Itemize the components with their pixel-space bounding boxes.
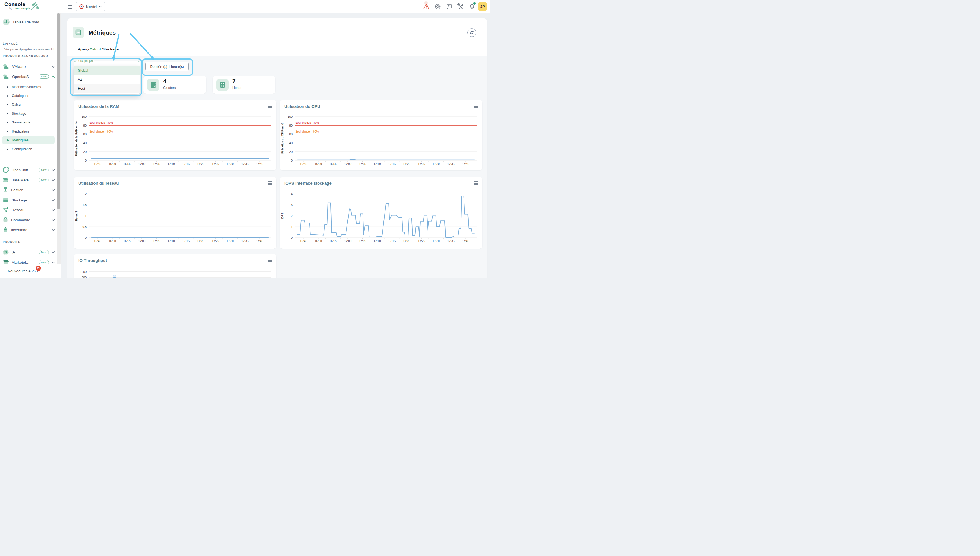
svg-text:17:20: 17:20 xyxy=(197,162,204,165)
tab-apercu[interactable]: Aperçu xyxy=(78,47,91,51)
svg-text:1.5: 1.5 xyxy=(83,203,86,206)
chart-menu-icon[interactable] xyxy=(268,181,272,186)
refresh-button[interactable] xyxy=(468,28,476,37)
time-range-button[interactable]: Dernière(s) 1 heure(s) xyxy=(145,62,189,71)
svg-text:17:15: 17:15 xyxy=(389,239,395,242)
sidebar-item-commande[interactable]: Commande xyxy=(3,215,55,224)
sidebar-item-configuration[interactable]: Configuration xyxy=(6,145,55,153)
chevron-down-icon xyxy=(52,66,55,68)
org-cocarde-icon xyxy=(79,4,84,9)
sidebar-item-inventaire[interactable]: Inventaire xyxy=(3,225,55,234)
svg-text:100: 100 xyxy=(82,115,86,118)
svg-text:Utilisation de la RAM en %: Utilisation de la RAM en % xyxy=(75,121,78,156)
chart-card-iops: IOPS interface stockage 0123416:4516:501… xyxy=(280,177,482,249)
organization-selector[interactable]: Nordri xyxy=(76,2,105,11)
sidebar-item-replication[interactable]: Réplication xyxy=(6,128,55,135)
chevron-down-icon xyxy=(52,179,55,181)
chevron-down-icon xyxy=(52,262,55,263)
sidebar-scrollbar-thumb[interactable] xyxy=(57,13,60,209)
sidebar-item-dashboard[interactable]: Tableau de bord xyxy=(3,18,55,26)
chevron-down-icon xyxy=(52,169,55,171)
chevron-down-icon xyxy=(52,209,55,211)
svg-text:17:05: 17:05 xyxy=(359,162,366,165)
menu-option-host[interactable]: Host xyxy=(74,84,139,93)
svg-text:1: 1 xyxy=(291,225,293,228)
tools-icon[interactable] xyxy=(457,3,464,10)
bullet-icon xyxy=(6,122,8,123)
sidebar-item-stockage[interactable]: Stockage xyxy=(3,196,55,204)
menu-toggle-icon[interactable] xyxy=(68,4,72,9)
new-badge: New xyxy=(39,74,49,79)
sidebar-item-metriques[interactable]: Métriques xyxy=(2,136,55,144)
svg-text:16:55: 16:55 xyxy=(123,162,130,165)
svg-text:20: 20 xyxy=(83,150,86,154)
user-avatar[interactable]: JP xyxy=(478,2,487,11)
chart-menu-icon[interactable] xyxy=(268,105,272,109)
sidebar-item-openiaas[interactable]: OpenIaaS New xyxy=(3,72,55,81)
stat-card-hosts: 7 Hosts xyxy=(212,76,275,94)
svg-text:Utilisation du CPU en %: Utilisation du CPU en % xyxy=(281,123,284,154)
lifebuoy-icon[interactable] xyxy=(434,3,441,10)
chart-menu-icon[interactable] xyxy=(474,181,478,186)
whats-new-link[interactable]: Nouveautés 4.26.2 xyxy=(8,269,39,273)
sidebar-item-reseau[interactable]: Réseau xyxy=(3,205,55,214)
sidebar-item-bastion[interactable]: Bastion xyxy=(3,186,55,194)
svg-text:2: 2 xyxy=(291,214,293,217)
menu-option-global[interactable]: Global xyxy=(74,66,139,75)
chevron-up-icon xyxy=(52,76,55,78)
hosts-icon xyxy=(216,79,228,91)
svg-text:17:20: 17:20 xyxy=(197,239,204,242)
sidebar: Tableau de bord ÉPINGLÉ Vos pages épingl… xyxy=(0,13,61,278)
svg-text:17:35: 17:35 xyxy=(447,162,454,165)
bullet-icon xyxy=(6,131,8,132)
svg-text:4: 4 xyxy=(291,192,293,196)
svg-text:60: 60 xyxy=(83,133,86,136)
svg-text:17:30: 17:30 xyxy=(227,162,234,165)
svg-text:80: 80 xyxy=(83,124,86,127)
svg-text:17:15: 17:15 xyxy=(182,162,190,165)
chart-title-cpu: Utilisation du CPU xyxy=(284,104,320,109)
menu-option-az[interactable]: AZ xyxy=(74,75,139,84)
svg-text:80: 80 xyxy=(289,124,293,127)
stat-card-clusters: 4 Clusters xyxy=(143,76,206,94)
sidebar-item-stockage-iaas[interactable]: Stockage xyxy=(6,110,55,118)
sidebar-item-machines-virtuelles[interactable]: Machines virtuelles xyxy=(6,83,55,91)
sidebar-item-sauvegarde[interactable]: Sauvegarde xyxy=(6,118,55,126)
svg-text:17:00: 17:00 xyxy=(138,239,145,242)
sidebar-item-openshift[interactable]: OpenShift New xyxy=(3,165,55,174)
tab-stockage[interactable]: Stockage xyxy=(102,47,119,51)
new-badge: New xyxy=(39,250,49,254)
chart-menu-icon[interactable] xyxy=(474,105,478,109)
svg-text:16:45: 16:45 xyxy=(94,162,101,165)
svg-text:60: 60 xyxy=(289,133,293,136)
chart-menu-icon[interactable] xyxy=(268,259,272,263)
hosts-count: 7 xyxy=(232,78,236,84)
active-tab-underline xyxy=(86,55,99,55)
svg-text:2: 2 xyxy=(85,192,86,196)
bullet-icon xyxy=(6,104,8,105)
svg-text:Seuil critique - 80%: Seuil critique - 80% xyxy=(89,121,113,124)
page-title: Métriques xyxy=(88,29,116,36)
pinned-section-header: ÉPINGLÉ xyxy=(3,42,18,45)
svg-text:17:00: 17:00 xyxy=(138,162,145,165)
svg-text:0: 0 xyxy=(291,236,293,239)
svg-text:17:25: 17:25 xyxy=(418,162,425,165)
top-bar: Console by Cloud Temple Nordri xyxy=(0,0,490,13)
feedback-icon[interactable] xyxy=(446,3,452,10)
svg-text:17:35: 17:35 xyxy=(447,239,454,242)
warning-icon[interactable] xyxy=(423,3,429,10)
svg-text:17:10: 17:10 xyxy=(374,239,381,242)
sidebar-item-vmware[interactable]: VMware xyxy=(3,62,55,71)
sidebar-item-catalogues[interactable]: Catalogues xyxy=(6,92,55,100)
bullet-icon xyxy=(6,95,8,97)
svg-text:16:45: 16:45 xyxy=(300,162,307,165)
sidebar-item-baremetal[interactable]: Bare Metal New xyxy=(3,176,55,184)
cloud-icon xyxy=(3,74,9,79)
svg-text:16:45: 16:45 xyxy=(94,239,101,242)
brain-icon xyxy=(3,249,9,255)
svg-text:17:40: 17:40 xyxy=(256,239,263,242)
sidebar-item-calcul[interactable]: Calcul xyxy=(6,101,55,108)
network-icon xyxy=(3,207,9,213)
sidebar-item-ia[interactable]: IA New xyxy=(3,248,55,257)
tab-calcul[interactable]: Calcul xyxy=(89,47,101,51)
